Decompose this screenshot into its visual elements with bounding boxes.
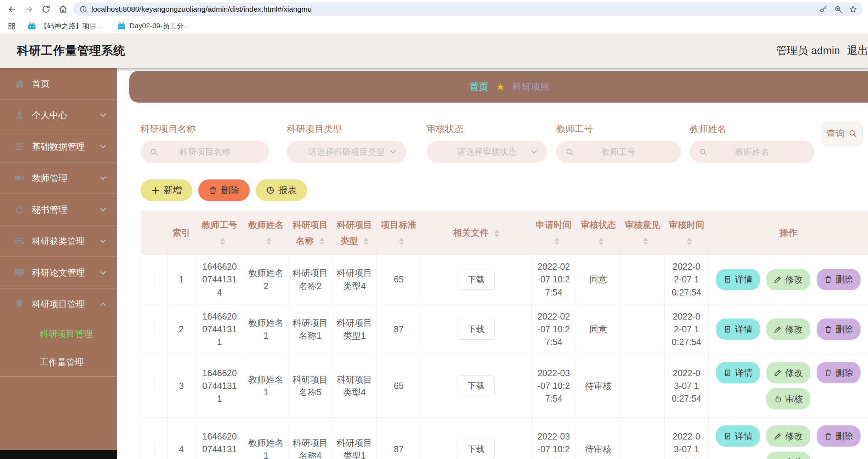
column-header[interactable]: 申请时间: [532, 211, 576, 255]
sort-caret-icon[interactable]: [399, 236, 404, 246]
sidebar-item-8[interactable]: 科研项目管理: [0, 288, 117, 320]
sidebar-item-1[interactable]: 首页: [0, 68, 117, 99]
pencil-icon: [774, 325, 782, 333]
filter-input[interactable]: 教师姓名: [690, 141, 815, 163]
row-delete-button[interactable]: 删除: [817, 425, 861, 447]
edit-button[interactable]: 修改: [766, 362, 810, 383]
trash-icon: [209, 186, 217, 195]
url-bar[interactable]: localhost:8080/keyangongzuoliang/admin/d…: [73, 2, 863, 16]
project-type-cell: 科研项目类型4: [333, 354, 377, 418]
filter-input[interactable]: 教师工号: [556, 141, 681, 163]
reload-icon[interactable]: [39, 2, 53, 16]
breadcrumb-home-link[interactable]: 首页: [469, 80, 488, 93]
sort-caret-icon[interactable]: [364, 236, 369, 246]
audit-status-cell: 待审核: [576, 354, 621, 418]
sidebar-subitem-2[interactable]: 工作量管理: [0, 348, 117, 376]
column-header[interactable]: 教师姓名: [244, 211, 288, 255]
edit-button[interactable]: 修改: [766, 425, 810, 447]
row-checkbox[interactable]: [154, 324, 154, 334]
detail-button[interactable]: 详情: [716, 269, 760, 290]
audit-status-cell: 待审核: [576, 418, 621, 459]
project-name-cell: 科研项目名称5: [288, 354, 333, 418]
audit-opinion-cell: [621, 354, 665, 418]
sort-caret-icon[interactable]: [319, 236, 324, 246]
column-header[interactable]: 审核意见: [621, 211, 665, 255]
column-header[interactable]: 科研项目名称: [288, 211, 333, 255]
forward-icon[interactable]: [22, 2, 36, 16]
row-checkbox-cell: [141, 255, 168, 304]
sidebar-item-4[interactable]: 教师管理: [0, 162, 117, 194]
sort-caret-icon[interactable]: [220, 236, 225, 246]
sort-caret-icon[interactable]: [599, 236, 604, 246]
row-delete-button[interactable]: 删除: [817, 362, 861, 383]
select-all-checkbox[interactable]: [154, 227, 154, 238]
search-icon: [848, 129, 857, 138]
logout-button[interactable]: 退出登录: [847, 44, 868, 58]
detail-button[interactable]: 详情: [716, 425, 760, 447]
home-nav-icon[interactable]: [56, 2, 70, 16]
row-checkbox[interactable]: [154, 444, 154, 454]
sort-caret-icon[interactable]: [554, 236, 559, 246]
power-icon: [14, 204, 25, 215]
project-standard-cell: 87: [377, 304, 421, 354]
sidebar-item-3[interactable]: 基础数据管理: [0, 131, 117, 162]
filter-select[interactable]: 请选择科研项目类型: [287, 141, 406, 163]
teacher-id-cell: 164662007441311: [195, 304, 244, 354]
column-header[interactable]: 相关文件: [421, 211, 532, 255]
filter-input[interactable]: 科研项目名称: [141, 141, 269, 163]
sidebar-item-2[interactable]: 个人中心: [0, 99, 117, 131]
download-button[interactable]: 下载: [458, 319, 495, 340]
column-header-label: 操作: [779, 228, 797, 237]
delete-button[interactable]: 删除: [198, 179, 250, 201]
download-button[interactable]: 下载: [458, 269, 495, 290]
edit-button[interactable]: 修改: [766, 269, 810, 290]
bookmark-star-icon[interactable]: [849, 5, 857, 13]
column-header[interactable]: 审核时间: [665, 211, 709, 255]
actions-cell: 详情修改删除: [709, 304, 868, 354]
audit-button[interactable]: 审核: [766, 452, 810, 459]
sort-caret-icon[interactable]: [494, 229, 499, 238]
sidebar-item-label: 基础数据管理: [32, 141, 85, 153]
zoom-in-icon[interactable]: [834, 5, 843, 13]
edit-button[interactable]: 修改: [766, 319, 810, 340]
site-info-icon[interactable]: [79, 5, 87, 13]
sort-caret-icon[interactable]: [266, 236, 271, 246]
detail-button[interactable]: 详情: [716, 319, 760, 340]
detail-button[interactable]: 详情: [716, 362, 760, 383]
bookmark-item-2[interactable]: Day02-09-员工分...: [117, 21, 190, 31]
row-checkbox[interactable]: [154, 380, 154, 391]
row-checkbox[interactable]: [154, 274, 154, 285]
sidebar-group: 教师管理: [0, 162, 117, 194]
sidebar-item-7[interactable]: 科研论文管理: [0, 257, 117, 288]
filter-select[interactable]: 请选择审核状态: [427, 141, 547, 163]
sidebar-group: 科研论文管理: [0, 257, 117, 288]
report-button[interactable]: 报表: [256, 179, 307, 201]
row-delete-button[interactable]: 删除: [817, 269, 861, 290]
download-button[interactable]: 下载: [458, 439, 495, 459]
filter-label: 教师工号: [556, 123, 681, 135]
column-header[interactable]: 教师工号: [195, 211, 244, 255]
sort-caret-icon[interactable]: [687, 236, 692, 246]
sidebar-menu: 首页个人中心基础数据管理教师管理秘书管理科研获奖管理科研论文管理科研项目管理科研…: [0, 68, 117, 377]
password-key-icon[interactable]: [819, 5, 828, 13]
audit-button[interactable]: 审核: [766, 388, 810, 409]
column-header[interactable]: 科研项目类型: [333, 211, 377, 255]
apps-grid-icon[interactable]: [6, 21, 17, 31]
chevron-down-icon: [98, 173, 108, 183]
sidebar-subitem-1[interactable]: 科研项目管理: [0, 320, 117, 348]
sort-caret-icon[interactable]: [643, 236, 648, 246]
column-header[interactable]: 项目标准: [377, 211, 421, 255]
search-button[interactable]: 查询: [821, 121, 863, 146]
teacher-id-cell: 164662007441314: [195, 255, 244, 304]
sidebar-item-5[interactable]: 秘书管理: [0, 194, 117, 225]
back-icon[interactable]: [5, 2, 19, 16]
row-delete-button[interactable]: 删除: [817, 319, 861, 340]
chevron-down-icon: [98, 236, 108, 246]
url-text[interactable]: localhost:8080/keyangongzuoliang/admin/d…: [91, 5, 312, 13]
sidebar-item-6[interactable]: 科研获奖管理: [0, 225, 117, 257]
select-all-header-cell: [141, 211, 168, 255]
add-button[interactable]: 新增: [141, 179, 192, 201]
column-header[interactable]: 审核状态: [576, 211, 621, 255]
bookmark-item-1[interactable]: 【码神之路】项目...: [27, 21, 103, 31]
download-button[interactable]: 下载: [458, 375, 495, 396]
